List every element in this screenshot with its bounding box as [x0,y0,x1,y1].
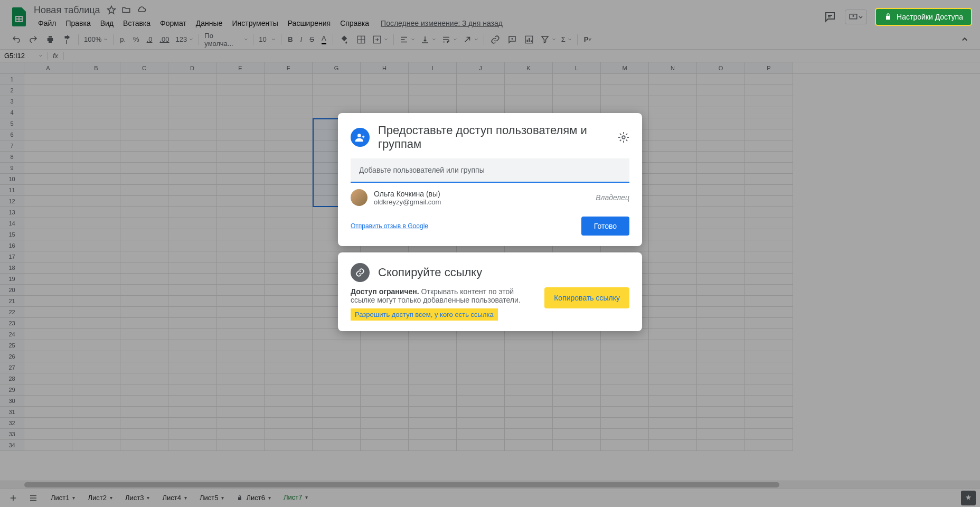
cell[interactable] [409,340,457,351]
cell[interactable] [649,429,697,440]
cell[interactable] [24,185,72,196]
chevron-down-icon[interactable]: ▾ [147,495,149,501]
cell[interactable] [649,274,697,285]
cell[interactable] [409,351,457,362]
number-format-dropdown[interactable]: 123 [174,34,196,44]
cell[interactable] [649,362,697,373]
cell[interactable] [745,440,793,451]
cell[interactable] [361,384,409,396]
comment-icon[interactable] [504,33,520,46]
cell[interactable] [553,340,601,351]
cell[interactable] [120,429,168,440]
cell[interactable] [265,318,313,329]
cell[interactable] [649,107,697,118]
valign-dropdown[interactable] [418,34,438,45]
column-header[interactable]: E [216,62,265,73]
cell[interactable] [601,351,649,362]
cell[interactable] [265,129,313,140]
cell[interactable] [265,296,313,307]
cell[interactable] [120,140,168,152]
cell[interactable] [24,129,72,140]
link-icon[interactable] [487,33,503,46]
row-header[interactable]: 14 [0,218,24,229]
column-header[interactable]: P [745,62,793,73]
cell[interactable] [553,362,601,373]
cell[interactable] [745,418,793,429]
cell[interactable] [24,440,72,451]
cell[interactable] [601,440,649,451]
cell[interactable] [72,240,120,251]
cell[interactable] [168,440,216,451]
cell[interactable] [601,384,649,396]
cell[interactable] [72,229,120,240]
cell[interactable] [745,373,793,384]
cell[interactable] [168,218,216,229]
cell[interactable] [216,396,265,407]
cell[interactable] [24,296,72,307]
cell[interactable] [120,96,168,107]
row-header[interactable]: 25 [0,340,24,351]
cell[interactable] [745,396,793,407]
cell[interactable] [697,407,745,418]
cell[interactable] [120,340,168,351]
ru-button[interactable]: РУ [581,33,595,45]
cell[interactable] [745,351,793,362]
cell[interactable] [72,251,120,262]
sheet-tab[interactable]: Лист3▾ [119,489,156,506]
cell[interactable] [24,163,72,174]
cell[interactable] [697,118,745,129]
cell[interactable] [216,229,265,240]
row-header[interactable]: 28 [0,373,24,384]
borders-icon[interactable] [353,33,369,46]
cell[interactable] [120,351,168,362]
cell[interactable] [168,429,216,440]
cell[interactable] [168,185,216,196]
cell[interactable] [168,418,216,429]
cell[interactable] [24,107,72,118]
cell[interactable] [168,118,216,129]
cell[interactable] [216,340,265,351]
cell[interactable] [72,74,120,85]
cell[interactable] [409,384,457,396]
cell[interactable] [120,118,168,129]
cell[interactable] [168,240,216,251]
cell[interactable] [745,407,793,418]
cell[interactable] [72,196,120,207]
cell[interactable] [697,340,745,351]
cell[interactable] [697,351,745,362]
sheet-tab[interactable]: Лист7▾ [277,489,314,506]
cell[interactable] [313,85,361,96]
select-all-corner[interactable] [0,62,24,73]
cell[interactable] [265,373,313,384]
cell[interactable] [265,340,313,351]
cell[interactable] [649,418,697,429]
cell[interactable] [168,373,216,384]
cell[interactable] [120,396,168,407]
cell[interactable] [649,74,697,85]
cell[interactable] [24,340,72,351]
sheet-tab[interactable]: Лист4▾ [156,489,193,506]
cell[interactable] [216,118,265,129]
cell[interactable] [72,96,120,107]
cell[interactable] [361,429,409,440]
cell[interactable] [168,274,216,285]
column-header[interactable]: J [457,62,505,73]
sheet-tab[interactable]: Лист1▾ [44,489,81,506]
cell[interactable] [745,251,793,262]
cell[interactable] [24,318,72,329]
cell[interactable] [649,207,697,218]
cell[interactable] [409,85,457,96]
cell[interactable] [457,351,505,362]
cell[interactable] [649,307,697,318]
cell[interactable] [361,96,409,107]
cell[interactable] [313,407,361,418]
row-header[interactable]: 29 [0,384,24,396]
cell[interactable] [216,96,265,107]
row-header[interactable]: 33 [0,429,24,440]
cell[interactable] [265,396,313,407]
cell[interactable] [601,85,649,96]
row-header[interactable]: 5 [0,118,24,129]
cell[interactable] [265,218,313,229]
cell[interactable] [409,74,457,85]
cell[interactable] [601,340,649,351]
